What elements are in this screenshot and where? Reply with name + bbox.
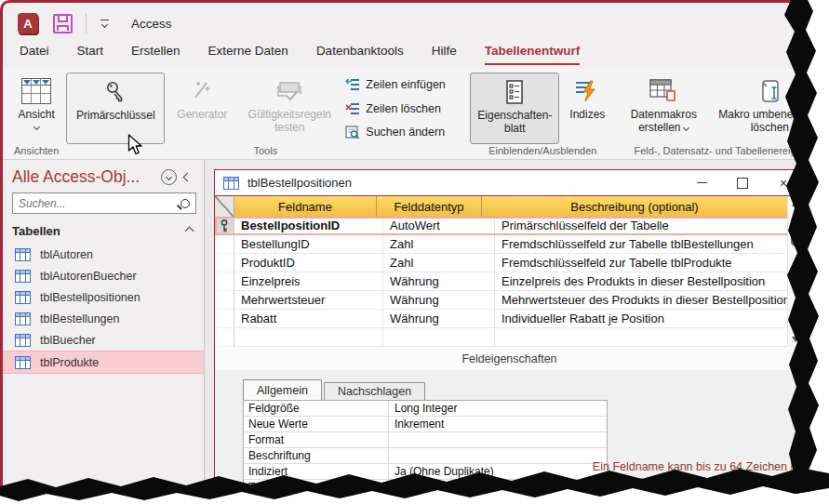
group-ereignisse: Datenmakros erstellen Makro umbenennen/ — [619, 69, 829, 159]
grid-corner-cell — [215, 196, 234, 217]
col-beschreibung[interactable]: Beschreibung (optional) — [482, 196, 788, 217]
zeilen-loeschen-button[interactable]: Zeilen löschen — [345, 99, 459, 118]
field-row-rabatt[interactable]: Rabatt Währung Individueller Rabatt je P… — [215, 310, 804, 328]
row-selector[interactable] — [215, 254, 234, 272]
datenmakros-button[interactable]: Datenmakros erstellen — [621, 73, 706, 144]
row-selector[interactable] — [215, 310, 234, 328]
field-row-bestellpositionid[interactable]: BestellpositionID AutoWert Primärschlüss… — [215, 217, 804, 235]
scroll-thumb[interactable] — [791, 217, 800, 246]
delete-rows-icon — [345, 102, 360, 115]
sidebar-item-tblautoren[interactable]: tblAutoren — [3, 244, 204, 265]
field-row-empty[interactable] — [215, 328, 804, 347]
field-row-mehrwertsteuer[interactable]: Mehrwertsteuer Währung Mehrwertsteuer de… — [215, 291, 804, 310]
row-selector-primary-key[interactable] — [215, 217, 234, 235]
validation-check-icon — [275, 76, 303, 106]
sidebar-item-tblautorenbuecher[interactable]: tblAutorenBuecher — [3, 265, 204, 286]
group-ansichten: Ansicht Ansichten — [10, 69, 62, 159]
group-tools: Primärschlüssel Generator — [64, 69, 466, 159]
nav-menu-icon[interactable] — [161, 169, 177, 185]
property-tabs: Allgemein Nachschlagen — [243, 376, 804, 400]
property-row-neue-werte[interactable]: Neue Werte Inkrement — [244, 417, 607, 432]
key-icon — [103, 77, 127, 107]
table-icon — [223, 177, 239, 190]
save-icon[interactable] — [53, 14, 73, 33]
shutter-close-icon[interactable] — [183, 173, 193, 182]
sidebar-item-tblprodukte[interactable]: tblProdukte — [3, 351, 204, 374]
row-selector[interactable] — [215, 291, 234, 310]
row-selector[interactable] — [215, 328, 234, 347]
table-icon — [15, 248, 31, 261]
sidebar-item-tblbestellungen[interactable]: tblBestellungen — [3, 308, 204, 329]
tab-nachschlagen[interactable]: Nachschlagen — [324, 382, 425, 400]
scroll-down-icon[interactable] — [792, 337, 799, 342]
collapse-icon — [185, 227, 194, 236]
magic-wand-icon — [190, 76, 214, 106]
property-row-textausrichtung[interactable]: Textausrichtung Standard — [244, 480, 607, 495]
sidebar-item-tblbestellpositionen[interactable]: tblBestellpositionen — [3, 286, 204, 308]
group-label-tools: Tools — [66, 144, 464, 158]
search-icon — [181, 199, 190, 208]
rows-buttons: Zeilen einfügen Zeilen löschen — [340, 73, 464, 144]
macro-rename-icon — [755, 76, 783, 106]
table-design-window: tblBestellpositionen × Feldname Felddate — [214, 169, 805, 504]
field-row-produktid[interactable]: ProduktID Zahl Fremdschlüsselfeld zur Ta… — [215, 254, 804, 272]
customize-quick-access-icon[interactable] — [98, 20, 111, 28]
property-row-beschriftung[interactable]: Beschriftung — [244, 448, 607, 464]
search-input[interactable] — [19, 197, 181, 210]
group-label-ereignisse: Feld-, Datensatz- und Tabellenereignisse — [621, 144, 829, 158]
quick-access-separator — [86, 13, 87, 33]
property-row-feldgroesse[interactable]: Feldgröße Long Integer — [244, 401, 607, 417]
ribbon-tabs: Datei Start Erstellen Externe Daten Date… — [3, 44, 829, 69]
minimize-button[interactable] — [681, 170, 722, 195]
title-bar: A Access — [3, 3, 829, 44]
property-row-format[interactable]: Format — [244, 432, 607, 448]
data-macro-icon — [648, 76, 678, 106]
eigenschaftenblatt-button[interactable]: Eigenschaften- blatt — [470, 73, 559, 144]
indizes-button[interactable]: Indizes — [559, 73, 615, 144]
tab-externe-daten[interactable]: Externe Daten — [208, 44, 288, 63]
table-icon — [15, 356, 31, 369]
tab-hilfe[interactable]: Hilfe — [432, 44, 457, 63]
grid-header-row: Feldname Felddatentyp Beschreibung (opti… — [215, 196, 804, 217]
grid-scrollbar[interactable] — [787, 196, 804, 347]
nav-pane-title: Alle Access-Obj... — [12, 167, 161, 187]
access-window: A Access Datei Start Erstellen Externe D… — [0, 0, 829, 504]
col-felddatentyp[interactable]: Felddatentyp — [377, 196, 482, 217]
datasheet-view-icon — [21, 76, 51, 106]
row-selector[interactable] — [215, 235, 234, 254]
screenshot: A Access Datei Start Erstellen Externe D… — [0, 0, 829, 504]
field-row-bestellungid[interactable]: BestellungID Zahl Fremdschlüsselfeld zur… — [215, 235, 804, 254]
makro-umbenennen-button[interactable]: Makro umbenennen/ löschen — [706, 73, 829, 144]
col-feldname[interactable]: Feldname — [234, 196, 377, 217]
suchen-aendern-button[interactable]: Suchen ändern — [345, 123, 459, 141]
mouse-cursor — [127, 134, 144, 156]
property-sheet-icon — [504, 77, 525, 107]
tab-datei[interactable]: Datei — [20, 44, 49, 63]
navigation-pane: Alle Access-Obj... Tabellen tblAutoren — [3, 160, 205, 504]
property-row-indiziert[interactable]: Indiziert Ja (Ohne Duplikate) — [244, 464, 607, 480]
row-selector[interactable] — [215, 272, 234, 291]
field-row-einzelpreis[interactable]: Einzelpreis Währung Einzelpreis des Prod… — [215, 272, 804, 291]
table-icon — [15, 312, 31, 325]
primaerschluessel-button[interactable]: Primärschlüssel — [66, 73, 165, 144]
tab-start[interactable]: Start — [77, 44, 104, 63]
tab-allgemein[interactable]: Allgemein — [243, 379, 322, 400]
feldeigenschaften-caption: Feldeigenschaften — [215, 347, 804, 370]
section-tabellen[interactable]: Tabellen — [3, 218, 204, 244]
search-box[interactable] — [12, 192, 196, 214]
sidebar-item-tblbuecher[interactable]: tblBuecher — [3, 329, 204, 351]
chevron-down-icon — [33, 124, 40, 130]
ansicht-button[interactable]: Ansicht — [14, 73, 58, 144]
close-button[interactable]: × — [763, 170, 804, 195]
tab-erstellen[interactable]: Erstellen — [131, 44, 181, 63]
tab-tabellenentwurf[interactable]: Tabellenentwurf — [485, 44, 581, 65]
access-logo-icon: A — [18, 13, 38, 33]
insert-rows-icon — [345, 78, 360, 91]
group-label-ansichten: Ansichten — [12, 144, 60, 158]
tab-datenbanktools[interactable]: Datenbanktools — [316, 44, 404, 63]
scroll-up-icon[interactable] — [792, 201, 799, 206]
table-icon — [15, 334, 31, 347]
maximize-button[interactable] — [722, 170, 763, 195]
zeilen-einfuegen-button[interactable]: Zeilen einfügen — [345, 75, 459, 94]
field-grid: Feldname Felddatentyp Beschreibung (opti… — [215, 196, 804, 347]
